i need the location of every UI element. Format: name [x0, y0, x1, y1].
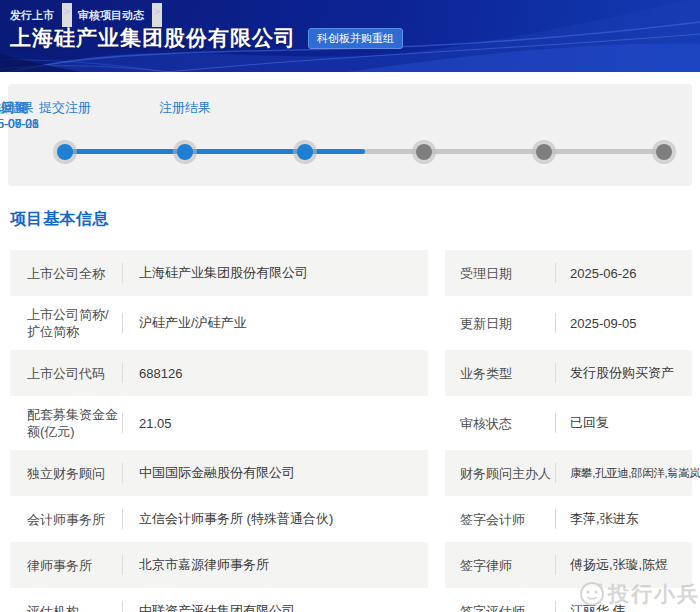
cell-divider [555, 555, 556, 575]
timeline-node-submit-reg [536, 144, 552, 160]
cell-divider [555, 363, 556, 383]
cell-divider [555, 413, 556, 433]
cell-value: 发行股份购买资产 [570, 364, 674, 382]
info-cell-company-short-name: 上市公司简称/扩位简称 沪硅产业/沪硅产业 [10, 296, 428, 350]
project-info-table: 上市公司全称 上海硅产业集团股份有限公司 上市公司简称/扩位简称 沪硅产业/沪硅… [10, 250, 692, 612]
review-timeline: 已受理 2025-06-26 已问询 2025-07-08 已回复 2025-0… [8, 84, 692, 186]
cell-label: 配套募集资金金额(亿元) [27, 406, 120, 440]
cell-divider [555, 463, 556, 483]
cell-label: 上市公司代码 [27, 365, 120, 382]
cell-divider [555, 601, 556, 612]
cell-label: 签字评估师 [460, 603, 553, 612]
timeline-node-replied [297, 144, 313, 160]
info-cell-financial-advisor: 独立财务顾问 中国国际金融股份有限公司 [10, 450, 428, 496]
stage-label: 提交注册 [39, 100, 91, 116]
timeline-node-accepted [57, 144, 73, 160]
breadcrumb-item-review-dynamics[interactable]: 审核项目动态 [78, 8, 144, 23]
info-cell-company-full-name: 上市公司全称 上海硅产业集团股份有限公司 [10, 250, 428, 296]
timeline-progress [65, 149, 365, 154]
cell-label: 会计师事务所 [27, 511, 120, 528]
info-cell-update-date: 更新日期 2025-09-05 [445, 296, 692, 350]
cell-label: 上市公司全称 [27, 265, 120, 282]
timeline-stage-reg-result: 注册结果 [159, 100, 211, 116]
cell-label: 独立财务顾问 [27, 465, 120, 482]
cell-label: 评估机构 [27, 603, 120, 612]
cell-label: 审核状态 [460, 415, 553, 432]
cell-divider [122, 363, 123, 383]
info-cell-acceptance-date: 受理日期 2025-06-26 [445, 250, 692, 296]
cell-value: 688126 [139, 366, 182, 381]
board-badge: 科创板并购重组 [308, 28, 403, 49]
stage-label: 注册结果 [159, 100, 211, 116]
cell-value: 已回复 [570, 414, 609, 432]
cell-value: 江丽华,伟 [570, 602, 626, 612]
cell-label: 更新日期 [460, 315, 553, 332]
info-cell-signing-appraisers: 签字评估师 江丽华,伟 [445, 588, 692, 612]
timeline-node-reg-result [656, 144, 672, 160]
section-title-basic-info: 项目基本信息 [10, 209, 109, 230]
cell-divider [122, 601, 123, 612]
cell-divider [555, 509, 556, 529]
cell-value: 上海硅产业集团股份有限公司 [139, 264, 308, 282]
stage-label: 审核结果 [0, 100, 34, 116]
info-cell-raised-funds: 配套募集资金金额(亿元) 21.05 [10, 396, 428, 450]
timeline-node-inquired [177, 144, 193, 160]
info-cell-company-code: 上市公司代码 688126 [10, 350, 428, 396]
info-cell-accounting-firm: 会计师事务所 立信会计师事务所 (特殊普通合伙) [10, 496, 428, 542]
cell-value: 沪硅产业/沪硅产业 [139, 314, 247, 332]
cell-divider [555, 263, 556, 283]
cell-divider [122, 555, 123, 575]
info-cell-review-status: 审核状态 已回复 [445, 396, 692, 450]
cell-divider [122, 313, 123, 333]
info-cell-law-firm: 律师事务所 北京市嘉源律师事务所 [10, 542, 428, 588]
info-cell-signing-lawyers: 签字律师 傅扬远,张璇,陈煜 [445, 542, 692, 588]
info-cell-signing-accountants: 签字会计师 李萍,张进东 [445, 496, 692, 542]
breadcrumb: 发行上市 ＞ 审核项目动态 ＞ [10, 5, 162, 25]
breadcrumb-item-listing[interactable]: 发行上市 [10, 8, 54, 23]
cell-value: 康攀,孔亚迪,邵闳洋,翁嵩岚 [570, 466, 700, 481]
cell-value: 傅扬远,张璇,陈煜 [570, 556, 668, 574]
cell-value: 21.05 [139, 416, 172, 431]
stage-date: 2025-09-01 [0, 117, 39, 132]
timeline-node-result [416, 144, 432, 160]
cell-value: 中国国际金融股份有限公司 [139, 464, 295, 482]
cell-divider [122, 263, 123, 283]
cell-label: 财务顾问主办人 [460, 465, 553, 482]
cell-label: 签字会计师 [460, 511, 553, 528]
cell-divider [555, 313, 556, 333]
cell-value: 李萍,张进东 [570, 510, 639, 528]
cell-divider [122, 463, 123, 483]
info-cell-business-type: 业务类型 发行股份购买资产 [445, 350, 692, 396]
cell-label: 签字律师 [460, 557, 553, 574]
timeline-stage-submit-reg: 提交注册 [39, 100, 91, 116]
cell-label: 律师事务所 [27, 557, 120, 574]
info-cell-appraisal-agency: 评估机构 中联资产评估集团有限公司 [10, 588, 428, 612]
timeline-stage-result: 审核结果 [0, 100, 34, 116]
cell-value: 中联资产评估集团有限公司 [139, 602, 295, 612]
cell-value: 北京市嘉源律师事务所 [139, 556, 269, 574]
page-title: 上海硅产业集团股份有限公司 [10, 24, 296, 52]
cell-divider [122, 413, 123, 433]
cell-divider [122, 509, 123, 529]
cell-label: 上市公司简称/扩位简称 [27, 306, 120, 340]
cell-value: 2025-09-05 [570, 316, 637, 331]
cell-value: 2025-06-26 [570, 266, 637, 281]
cell-label: 受理日期 [460, 265, 553, 282]
page-header: 发行上市 ＞ 审核项目动态 ＞ 上海硅产业集团股份有限公司 科创板并购重组 [0, 0, 700, 72]
info-cell-advisor-sponsors: 财务顾问主办人 康攀,孔亚迪,邵闳洋,翁嵩岚 [445, 450, 692, 496]
cell-value: 立信会计师事务所 (特殊普通合伙) [139, 510, 333, 528]
cell-label: 业务类型 [460, 365, 553, 382]
